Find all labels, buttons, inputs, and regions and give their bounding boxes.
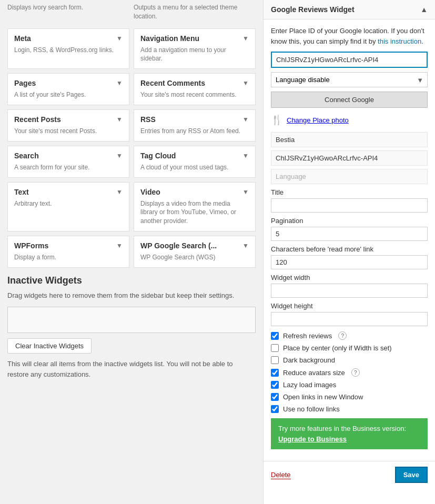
widget-item-header-7: Tag Cloud ▼: [140, 152, 249, 160]
widget-item-5[interactable]: RSS ▼ Entries from any RSS or Atom feed.: [134, 109, 256, 142]
top-desc-left: Displays ivory search form.: [5, 0, 131, 24]
widget-item-4[interactable]: Recent Posts ▼ Your site's most recent P…: [7, 109, 129, 142]
widget-item-8[interactable]: Text ▼ Arbitrary text.: [7, 182, 129, 231]
widget-item-desc-8: Arbitrary text.: [14, 199, 123, 208]
upgrade-link[interactable]: Upgrade to Business: [278, 435, 347, 443]
widget-grid: Meta ▼ Login, RSS, & WordPress.org links…: [5, 26, 258, 270]
checkbox-3[interactable]: [271, 369, 279, 377]
widget-item-title-1: Navigation Menu: [140, 34, 199, 43]
connect-google-button[interactable]: Connect Google: [271, 92, 428, 108]
widget-item-header-8: Text ▼: [14, 188, 123, 196]
widget-item-11[interactable]: WP Google Search (... ▼ WP Google Search…: [134, 236, 256, 268]
language-select[interactable]: Language disable: [271, 72, 428, 87]
widget-item-desc-2: A list of your site's Pages.: [14, 90, 123, 99]
widget-item-chevron-4: ▼: [116, 116, 123, 123]
widget-item-chevron-6: ▼: [116, 152, 123, 159]
widget-item-title-0: Meta: [14, 34, 31, 43]
widget-item-chevron-3: ▼: [242, 79, 249, 87]
checkbox-label-2: Dark background: [283, 356, 335, 364]
widget-item-9[interactable]: Video ▼ Displays a video from the media …: [134, 182, 256, 231]
widget-item-title-9: Video: [140, 188, 160, 196]
width-input[interactable]: [271, 284, 428, 298]
widget-item-title-4: Recent Posts: [14, 115, 61, 124]
chars-label: Characters before 'read more' link: [271, 245, 428, 253]
widget-item-header-4: Recent Posts ▼: [14, 115, 123, 124]
widget-item-desc-0: Login, RSS, & WordPress.org links.: [14, 46, 123, 55]
widget-item-7[interactable]: Tag Cloud ▼ A cloud of your most used ta…: [134, 146, 256, 178]
widget-item-desc-7: A cloud of your most used tags.: [140, 163, 249, 172]
widget-item-1[interactable]: Navigation Menu ▼ Add a navigation menu …: [134, 28, 256, 69]
title-label: Title: [271, 188, 428, 196]
change-photo-anchor[interactable]: Change Place photo: [287, 116, 349, 124]
clear-inactive-button[interactable]: Clear Inactive Widgets: [7, 338, 92, 354]
save-button[interactable]: Save: [395, 467, 428, 483]
widget-item-chevron-7: ▼: [242, 152, 249, 159]
widget-item-desc-3: Your site's most recent comments.: [140, 90, 249, 99]
inactive-widgets-desc: Drag widgets here to remove them from th…: [7, 290, 256, 301]
right-panel: Google Reviews Widget ▲ Enter Place ID o…: [263, 0, 435, 504]
widget-panel-title: Google Reviews Widget: [271, 5, 355, 14]
checkbox-row-0: Refresh reviews?: [271, 331, 428, 340]
checkbox-label-5: Open links in new Window: [283, 393, 363, 401]
checkbox-row-3: Reduce avatars size?: [271, 368, 428, 377]
widget-item-title-6: Search: [14, 152, 39, 160]
checkbox-6[interactable]: [271, 405, 279, 413]
widget-item-chevron-8: ▼: [116, 188, 123, 196]
widget-item-chevron-9: ▼: [242, 188, 249, 196]
help-icon-0[interactable]: ?: [338, 331, 347, 340]
widget-item-0[interactable]: Meta ▼ Login, RSS, & WordPress.org links…: [7, 28, 129, 69]
pagination-input[interactable]: [271, 227, 428, 241]
widget-collapse-button[interactable]: ▲: [420, 5, 428, 14]
widget-item-desc-5: Entries from any RSS or Atom feed.: [140, 127, 249, 136]
checkbox-1[interactable]: [271, 344, 279, 352]
inactive-drop-zone[interactable]: [7, 307, 256, 333]
help-icon-3[interactable]: ?: [351, 368, 360, 377]
checkboxes-container: Refresh reviews?Place by center (only if…: [271, 331, 428, 413]
widget-item-desc-4: Your site's most recent Posts.: [14, 127, 123, 136]
widget-item-header-1: Navigation Menu ▼: [140, 34, 249, 43]
checkbox-row-6: Use no follow links: [271, 405, 428, 413]
language-display-field: Language: [271, 169, 428, 184]
widget-item-desc-10: Display a form.: [14, 253, 123, 262]
widget-body: Enter Place ID of your Google location. …: [264, 19, 435, 456]
fork-icon: 🍴: [271, 114, 282, 126]
widget-item-header-0: Meta ▼: [14, 34, 123, 43]
pagination-label: Pagination: [271, 217, 428, 225]
widget-item-header-6: Search ▼: [14, 152, 123, 160]
widget-item-chevron-2: ▼: [116, 79, 123, 87]
widget-item-title-8: Text: [14, 188, 29, 196]
widget-panel-header: Google Reviews Widget ▲: [264, 0, 435, 19]
top-desc-right: Outputs a menu for a selected theme loca…: [131, 0, 258, 24]
checkbox-label-6: Use no follow links: [283, 405, 340, 413]
widget-item-desc-9: Displays a video from the media library …: [140, 199, 249, 226]
widget-item-6[interactable]: Search ▼ A search form for your site.: [7, 146, 129, 178]
widget-item-title-2: Pages: [14, 79, 36, 87]
height-input[interactable]: [271, 312, 428, 326]
widget-item-10[interactable]: WPForms ▼ Display a form.: [7, 236, 129, 268]
widget-desc: Enter Place ID of your Google location. …: [271, 26, 428, 46]
chars-input[interactable]: [271, 255, 428, 269]
checkbox-row-1: Place by center (only if Width is set): [271, 344, 428, 352]
checkbox-4[interactable]: [271, 381, 279, 389]
widget-item-header-9: Video ▼: [140, 188, 249, 196]
inactive-widgets-section: Inactive Widgets Drag widgets here to re…: [5, 270, 258, 385]
place-id-input[interactable]: [271, 52, 428, 68]
widget-item-chevron-5: ▼: [242, 116, 249, 123]
widget-item-3[interactable]: Recent Comments ▼ Your site's most recen…: [134, 73, 256, 105]
height-label: Widget height: [271, 302, 428, 310]
widget-item-header-2: Pages ▼: [14, 79, 123, 87]
widget-item-header-3: Recent Comments ▼: [140, 79, 249, 87]
instruction-link[interactable]: this instruction: [378, 37, 421, 45]
checkbox-label-0: Refresh reviews: [283, 332, 332, 340]
widget-item-chevron-1: ▼: [242, 35, 249, 42]
widget-item-chevron-10: ▼: [116, 242, 123, 249]
checkbox-2[interactable]: [271, 356, 279, 364]
widget-item-chevron-0: ▼: [116, 35, 123, 42]
checkbox-0[interactable]: [271, 332, 279, 340]
checkbox-5[interactable]: [271, 393, 279, 401]
change-photo-link[interactable]: 🍴 Change Place photo: [271, 114, 428, 126]
title-input[interactable]: [271, 198, 428, 213]
widget-item-2[interactable]: Pages ▼ A list of your site's Pages.: [7, 73, 129, 105]
checkbox-row-5: Open links in new Window: [271, 393, 428, 401]
delete-link[interactable]: Delete: [271, 471, 291, 479]
